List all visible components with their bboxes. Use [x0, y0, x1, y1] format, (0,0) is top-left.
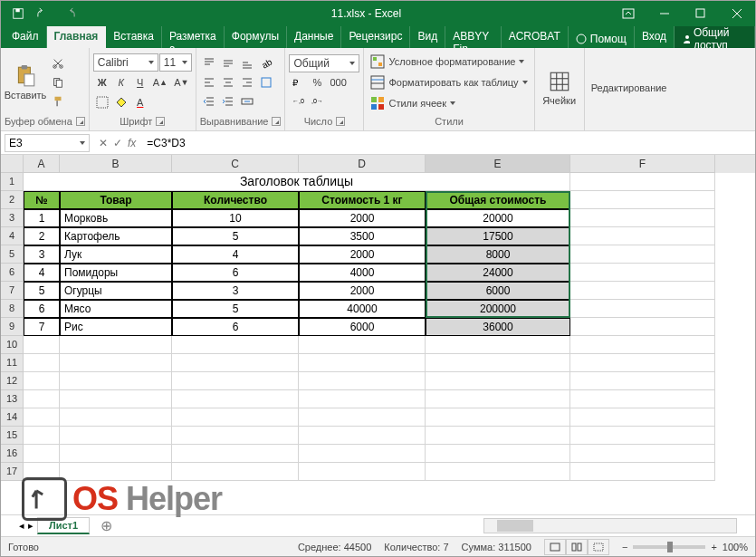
cell[interactable]: 4	[172, 245, 299, 264]
page-break-view-icon[interactable]	[588, 539, 609, 555]
tab-abbyy[interactable]: ABBYY Fin	[445, 26, 502, 48]
cell[interactable]: 6	[172, 318, 299, 336]
decrease-font-button[interactable]: A▼	[171, 73, 191, 91]
cell[interactable]	[570, 300, 715, 318]
row-header[interactable]: 13	[1, 390, 24, 408]
cell[interactable]: 6	[172, 264, 299, 282]
cell[interactable]	[570, 318, 715, 336]
number-format-select[interactable]: Общий	[289, 54, 359, 72]
tab-data[interactable]: Данные	[287, 26, 341, 48]
cell[interactable]: 3	[172, 282, 299, 300]
cell[interactable]: 2000	[299, 209, 426, 227]
cell[interactable]: 4	[24, 264, 60, 282]
cell[interactable]: 5	[24, 282, 60, 300]
increase-indent-button[interactable]	[219, 92, 237, 110]
wrap-text-button[interactable]	[257, 73, 275, 91]
cell[interactable]	[570, 282, 715, 300]
login[interactable]: Вход	[635, 26, 675, 48]
expand-icon[interactable]	[156, 117, 165, 126]
tab-insert[interactable]: Вставка	[106, 26, 162, 48]
cell-styles-button[interactable]: Стили ячеек	[368, 93, 530, 113]
expand-icon[interactable]	[336, 117, 345, 126]
cell[interactable]: 6000	[426, 282, 570, 300]
undo-button[interactable]	[32, 2, 55, 25]
fx-icon[interactable]: fx	[128, 137, 136, 149]
decrease-decimal-button[interactable]: ,0→	[308, 92, 326, 110]
cell[interactable]	[570, 264, 715, 282]
row-header[interactable]: 11	[1, 354, 24, 372]
cell[interactable]	[570, 209, 715, 227]
font-size-select[interactable]: 11	[159, 53, 192, 72]
cell[interactable]: Морковь	[60, 209, 172, 227]
increase-font-button[interactable]: A▲	[150, 73, 170, 91]
sheet-nav-next-icon[interactable]: ▸	[28, 520, 33, 532]
maximize-button[interactable]	[683, 1, 719, 26]
cell[interactable]: 24000	[426, 264, 570, 282]
cell[interactable]	[570, 227, 715, 245]
row-header[interactable]: 3	[1, 209, 24, 227]
cell[interactable]: 2000	[299, 245, 426, 264]
row-header[interactable]: 9	[1, 318, 24, 336]
cell[interactable]: Картофель	[60, 227, 172, 245]
save-button[interactable]	[6, 2, 30, 25]
row-header[interactable]: 5	[1, 245, 24, 264]
cell[interactable]: 5	[172, 300, 299, 318]
tab-view[interactable]: Вид	[410, 26, 445, 48]
cell[interactable]: Рис	[60, 318, 172, 336]
cell[interactable]: 1	[24, 209, 60, 227]
cell[interactable]: 6000	[299, 318, 426, 336]
row-header[interactable]: 2	[1, 191, 24, 209]
tab-home[interactable]: Главная	[47, 26, 107, 48]
table-header[interactable]: №	[24, 191, 60, 209]
col-header[interactable]: D	[299, 155, 426, 173]
cell[interactable]: 5	[172, 227, 299, 245]
close-button[interactable]	[719, 1, 755, 26]
cells-button[interactable]: Ячейки	[539, 50, 580, 125]
col-header[interactable]: B	[60, 155, 172, 173]
cell[interactable]: Помидоры	[60, 264, 172, 282]
table-header[interactable]: Количество	[172, 191, 299, 209]
tab-file[interactable]: Файл	[5, 26, 47, 48]
cell[interactable]: 40000	[299, 300, 426, 318]
orientation-button[interactable]: ab	[257, 54, 275, 72]
col-header[interactable]: F	[570, 155, 715, 173]
currency-button[interactable]: ₽	[289, 73, 307, 91]
col-header[interactable]: A	[24, 155, 60, 173]
select-all-corner[interactable]	[1, 155, 24, 173]
align-top-icon[interactable]	[200, 54, 218, 72]
row-header[interactable]: 10	[1, 336, 24, 354]
percent-button[interactable]: %	[308, 73, 326, 91]
col-header[interactable]: C	[172, 155, 299, 173]
expand-icon[interactable]	[272, 117, 281, 126]
row-header[interactable]: 6	[1, 264, 24, 282]
tab-layout[interactable]: Разметка с	[162, 26, 225, 48]
ribbon-display-icon[interactable]	[610, 1, 646, 26]
cell[interactable]: Огурцы	[60, 282, 172, 300]
cell[interactable]: 4000	[299, 264, 426, 282]
copy-button[interactable]	[49, 73, 67, 91]
cell[interactable]	[570, 245, 715, 264]
cell[interactable]: 10	[172, 209, 299, 227]
zoom-control[interactable]: −+ 100%	[622, 542, 748, 552]
expand-icon[interactable]	[76, 117, 85, 126]
cell[interactable]: Мясо	[60, 300, 172, 318]
normal-view-icon[interactable]	[544, 539, 566, 555]
sheet-nav-prev-icon[interactable]: ◂	[19, 520, 24, 532]
cell[interactable]: 3	[24, 245, 60, 264]
align-right-icon[interactable]	[238, 73, 256, 91]
worksheet-grid[interactable]: A B C D E F 1Заголовок таблицы 2 № Товар…	[1, 155, 755, 514]
align-bottom-icon[interactable]	[238, 54, 256, 72]
borders-button[interactable]	[93, 93, 111, 111]
row-header[interactable]: 12	[1, 372, 24, 390]
row-header[interactable]: 4	[1, 227, 24, 245]
format-painter-button[interactable]	[49, 92, 67, 110]
format-as-table-button[interactable]: Форматировать как таблицу	[368, 72, 530, 92]
share-button[interactable]: Общий доступ	[675, 26, 755, 48]
font-name-select[interactable]: Calibri	[93, 53, 158, 72]
sheet-tab[interactable]: Лист1	[37, 517, 90, 534]
tab-acrobat[interactable]: ACROBAT	[502, 26, 569, 48]
cell[interactable]: Лук	[60, 245, 172, 264]
fill-color-button[interactable]	[112, 93, 130, 111]
table-header[interactable]: Общая стоимость	[426, 191, 570, 209]
tab-review[interactable]: Рецензирс	[341, 26, 410, 48]
